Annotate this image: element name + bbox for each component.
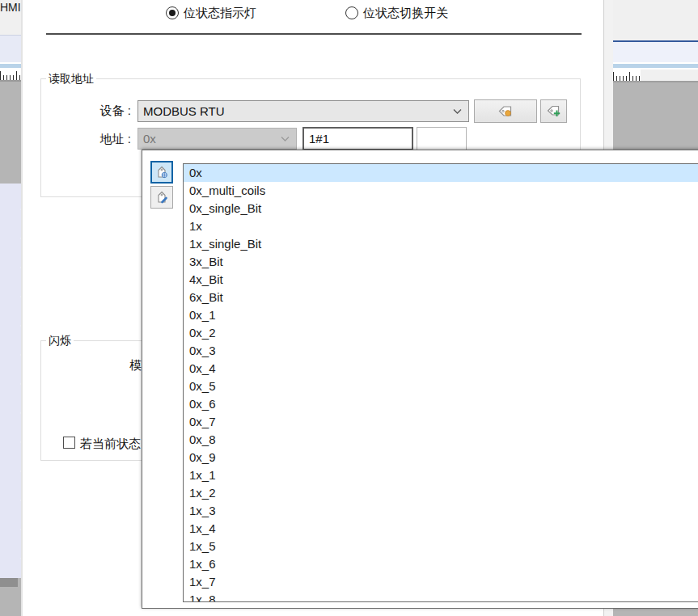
chevron-down-icon xyxy=(453,108,462,114)
address-type-value: 0x xyxy=(143,132,156,146)
list-item[interactable]: 1x_5 xyxy=(184,538,698,555)
list-item[interactable]: 1x xyxy=(184,217,698,235)
radio-bit-switch-label[interactable]: 位状态切换开关 xyxy=(363,6,448,21)
list-item[interactable]: 0x_6 xyxy=(184,395,698,413)
address-label: 地址 : xyxy=(81,132,131,147)
list-item[interactable]: 0x_5 xyxy=(184,378,698,395)
list-item[interactable]: 0x_3 xyxy=(184,342,698,360)
read-address-group-title: 读取地址 xyxy=(46,72,96,86)
state-condition-checkbox[interactable] xyxy=(63,437,75,449)
tag-icon xyxy=(497,103,514,119)
address-offset-input[interactable]: 1#1 xyxy=(302,127,413,150)
address-extra-field[interactable] xyxy=(417,127,467,150)
radio-bit-lamp[interactable] xyxy=(166,6,179,19)
browse-tag-button[interactable] xyxy=(474,99,537,123)
address-type-dropdown-popup: 0x0x_multi_coils0x_single_Bit1x1x_single… xyxy=(142,150,698,609)
list-item[interactable]: 0x_2 xyxy=(184,324,698,342)
radio-selected-dot xyxy=(169,10,176,16)
blink-mode-label: 模 xyxy=(129,358,142,373)
radio-bit-switch[interactable] xyxy=(345,6,358,19)
list-item[interactable]: 0x_7 xyxy=(184,413,698,431)
edit-tags-button[interactable] xyxy=(150,186,173,209)
system-tags-button[interactable] xyxy=(150,161,173,184)
list-item[interactable]: 4x_Bit xyxy=(184,271,698,289)
address-type-list[interactable]: 0x0x_multi_coils0x_single_Bit1x1x_single… xyxy=(183,163,698,602)
list-item[interactable]: 0x_single_Bit xyxy=(184,200,698,217)
canvas-margin xyxy=(0,82,21,184)
hmi-tab-label: HMI xyxy=(0,1,21,14)
horizontal-ruler-right xyxy=(613,70,641,81)
radio-bit-lamp-label[interactable]: 位状态指示灯 xyxy=(184,6,256,21)
list-item[interactable]: 1x_7 xyxy=(184,573,698,591)
panel-band xyxy=(613,42,698,62)
device-combobox[interactable]: MODBUS RTU xyxy=(137,100,469,122)
screen-edit-canvas xyxy=(0,184,21,578)
list-item[interactable]: 1x_2 xyxy=(184,484,698,502)
tag-globe-icon xyxy=(154,165,169,179)
list-item[interactable]: 1x_1 xyxy=(184,466,698,484)
add-tag-button[interactable] xyxy=(540,99,567,123)
horizontal-ruler-left xyxy=(0,70,21,80)
address-type-combobox[interactable]: 0x xyxy=(137,128,297,150)
address-offset-value: 1#1 xyxy=(309,132,329,146)
device-label: 设备 : xyxy=(81,103,131,119)
tag-plus-icon xyxy=(546,103,562,119)
canvas-corner-shadow xyxy=(0,578,18,587)
list-item[interactable]: 1x_3 xyxy=(184,502,698,520)
list-item[interactable]: 6x_Bit xyxy=(184,289,698,306)
toolbar-band xyxy=(0,36,21,62)
app-window-left-edge: HMI xyxy=(0,0,21,616)
list-item[interactable]: 1x_4 xyxy=(184,520,698,538)
tag-pencil-icon xyxy=(154,190,169,205)
list-item[interactable]: 0x_1 xyxy=(184,306,698,324)
list-item[interactable]: 0x_4 xyxy=(184,360,698,378)
device-combobox-value: MODBUS RTU xyxy=(143,104,225,118)
list-item[interactable]: 0x_9 xyxy=(184,449,698,466)
list-item[interactable]: 0x xyxy=(184,164,698,182)
list-item[interactable]: 1x_6 xyxy=(184,555,698,573)
blink-group-title: 闪烁 xyxy=(46,334,74,348)
list-item[interactable]: 1x_single_Bit xyxy=(184,235,698,253)
list-item[interactable]: 0x_multi_coils xyxy=(184,182,698,200)
list-item[interactable]: 0x_8 xyxy=(184,431,698,449)
chevron-down-icon xyxy=(281,136,290,141)
list-item[interactable]: 1x_8 xyxy=(184,591,698,602)
section-separator xyxy=(46,33,582,35)
state-condition-label[interactable]: 若当前状态 xyxy=(80,437,141,452)
list-item[interactable]: 3x_Bit xyxy=(184,253,698,271)
